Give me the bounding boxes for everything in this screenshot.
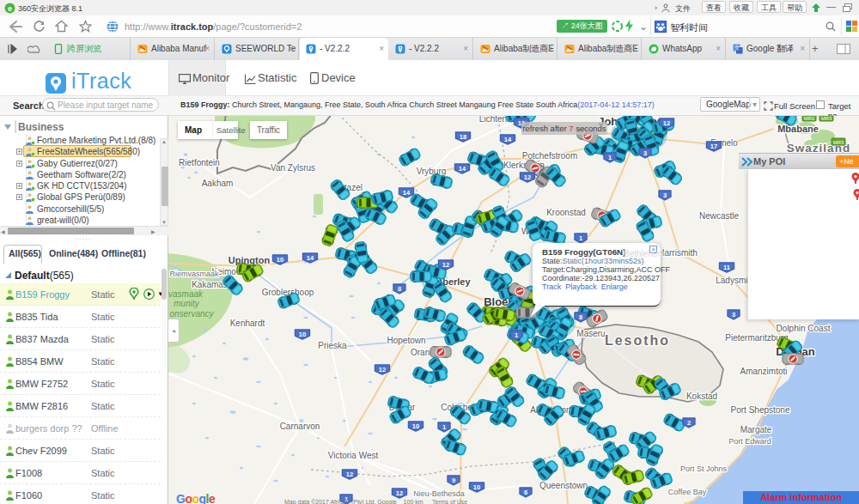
svg-text:14: 14 bbox=[307, 254, 314, 262]
svg-text:Port St Johns: Port St Johns bbox=[680, 465, 728, 473]
svg-text:Upington: Upington bbox=[228, 255, 271, 265]
svg-text:Dolphin Coast: Dolphin Coast bbox=[777, 324, 831, 333]
svg-text:14: 14 bbox=[403, 189, 411, 197]
svg-text:Kakamas: Kakamas bbox=[192, 280, 228, 289]
svg-text:3: 3 bbox=[732, 311, 735, 319]
svg-text:Hopetown: Hopetown bbox=[387, 336, 425, 345]
svg-text:3: 3 bbox=[643, 149, 647, 157]
svg-text:10: 10 bbox=[277, 256, 283, 264]
svg-text:12: 12 bbox=[663, 119, 670, 127]
svg-text:1: 1 bbox=[579, 234, 582, 242]
svg-text:14: 14 bbox=[504, 136, 512, 143]
svg-text:3: 3 bbox=[663, 191, 667, 199]
svg-text:11: 11 bbox=[723, 264, 730, 271]
svg-text:10: 10 bbox=[473, 483, 480, 491]
svg-text:9: 9 bbox=[452, 477, 455, 484]
svg-text:MR2: MR2 bbox=[804, 116, 815, 121]
svg-text:Nieu-Bethesda: Nieu-Bethesda bbox=[413, 489, 465, 498]
svg-text:Mbabane: Mbabane bbox=[777, 124, 819, 134]
svg-text:12: 12 bbox=[346, 471, 353, 478]
svg-text:Maseru: Maseru bbox=[576, 329, 605, 338]
svg-text:10: 10 bbox=[299, 331, 306, 338]
svg-text:Margate: Margate bbox=[740, 425, 772, 434]
svg-text:Coffee Bay: Coffee Bay bbox=[668, 488, 707, 496]
svg-text:12: 12 bbox=[442, 261, 449, 269]
svg-text:12: 12 bbox=[379, 366, 386, 373]
svg-text:Port Edward: Port Edward bbox=[728, 437, 771, 446]
svg-text:vasmaak: vasmaak bbox=[168, 289, 204, 299]
svg-text:1: 1 bbox=[608, 154, 612, 161]
svg-text:Kenhardt: Kenhardt bbox=[230, 319, 265, 328]
svg-text:Riemvasmaak: Riemvasmaak bbox=[169, 270, 219, 278]
svg-text:MR3: MR3 bbox=[833, 140, 844, 145]
svg-text:Rietfontein: Rietfontein bbox=[179, 158, 220, 167]
svg-text:Van Zylsrus: Van Zylsrus bbox=[271, 163, 315, 173]
svg-text:Newcastle: Newcastle bbox=[699, 211, 740, 221]
svg-text:8: 8 bbox=[579, 313, 582, 321]
svg-text:Carnarvon: Carnarvon bbox=[280, 422, 320, 431]
svg-text:14: 14 bbox=[459, 165, 466, 173]
svg-text:Queenstown: Queenstown bbox=[539, 481, 588, 490]
svg-text:Kroonstad: Kroonstad bbox=[546, 208, 586, 217]
svg-text:12: 12 bbox=[524, 173, 531, 181]
svg-text:Victoria West: Victoria West bbox=[328, 451, 379, 460]
svg-text:Kokstad: Kokstad bbox=[686, 392, 717, 401]
svg-text:Prieska: Prieska bbox=[318, 341, 347, 350]
svg-text:Aakham: Aakham bbox=[202, 179, 234, 188]
svg-text:munity: munity bbox=[174, 299, 199, 308]
svg-text:18: 18 bbox=[460, 133, 466, 141]
svg-text:1: 1 bbox=[515, 331, 518, 339]
svg-text:MR3: MR3 bbox=[821, 116, 832, 121]
svg-text:17: 17 bbox=[710, 143, 717, 150]
svg-text:Port Shepstone: Port Shepstone bbox=[731, 405, 790, 415]
svg-text:onservancy: onservancy bbox=[169, 309, 214, 319]
svg-text:e: e bbox=[8, 4, 12, 13]
svg-text:8: 8 bbox=[398, 285, 401, 293]
svg-text:12: 12 bbox=[396, 489, 403, 497]
svg-text:1: 1 bbox=[442, 423, 446, 431]
svg-text:6: 6 bbox=[524, 489, 527, 496]
svg-text:10: 10 bbox=[412, 422, 419, 430]
svg-text:Potchefstroom: Potchefstroom bbox=[522, 151, 577, 161]
svg-text:Vryburg: Vryburg bbox=[417, 167, 447, 176]
svg-text:文: 文 bbox=[734, 45, 740, 51]
svg-text:2: 2 bbox=[687, 419, 691, 427]
svg-text:Lesotho: Lesotho bbox=[605, 333, 670, 348]
svg-text:Amanzimtoti: Amanzimtoti bbox=[740, 367, 787, 376]
